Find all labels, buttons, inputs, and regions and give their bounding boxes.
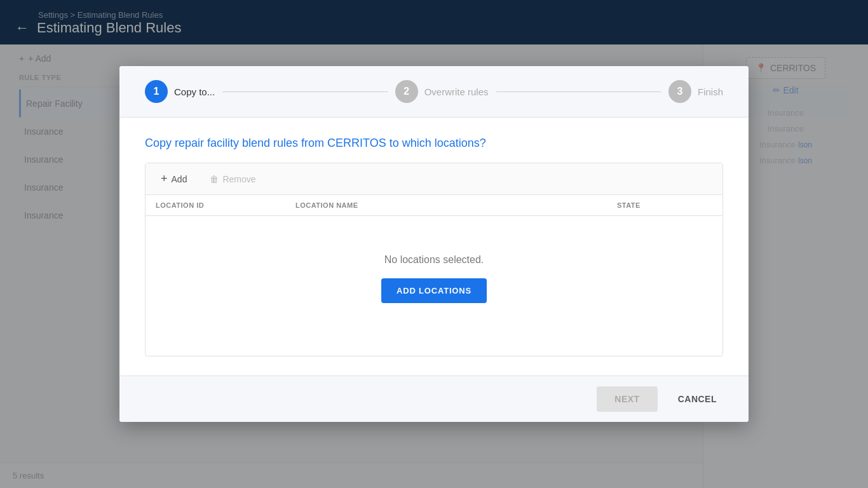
add-label: Add	[172, 174, 187, 184]
step-2-circle: 2	[395, 80, 418, 103]
step-2: 2 Overwrite rules	[395, 80, 489, 103]
modal: 1 Copy to... 2 Overwrite rules 3 Finish …	[119, 66, 749, 422]
step-3: 3 Finish	[668, 80, 723, 103]
step-3-label: Finish	[698, 86, 723, 97]
step-1-circle: 1	[145, 80, 168, 103]
step-2-label: Overwrite rules	[424, 86, 489, 97]
modal-body: Copy repair facility blend rules from CE…	[119, 118, 749, 376]
trash-icon: 🗑	[210, 174, 219, 184]
stepper: 1 Copy to... 2 Overwrite rules 3 Finish	[119, 66, 749, 118]
modal-overlay: 1 Copy to... 2 Overwrite rules 3 Finish …	[0, 0, 868, 488]
plus-icon: +	[161, 172, 168, 186]
no-locations-message: No locations selected.	[384, 254, 484, 266]
col-location-name-header: LOCATION NAME	[295, 201, 617, 209]
table-header: LOCATION ID LOCATION NAME STATE	[146, 195, 722, 216]
table-toolbar: + Add 🗑 Remove	[146, 163, 722, 195]
next-button[interactable]: NEXT	[597, 386, 657, 412]
step-line-2	[496, 92, 661, 92]
cancel-button[interactable]: CANCEL	[665, 386, 729, 412]
remove-label: Remove	[222, 174, 255, 184]
add-locations-button[interactable]: ADD LOCATIONS	[381, 278, 487, 303]
step-line-1	[222, 92, 387, 92]
remove-location-toolbar-button[interactable]: 🗑 Remove	[205, 172, 261, 187]
col-state-header: STATE	[617, 201, 712, 209]
col-location-id-header: LOCATION ID	[156, 201, 295, 209]
modal-question: Copy repair facility blend rules from CE…	[145, 137, 723, 150]
table-empty-state: No locations selected. ADD LOCATIONS	[146, 216, 722, 341]
modal-footer: NEXT CANCEL	[119, 376, 749, 422]
locations-table-container: + Add 🗑 Remove LOCATION ID LOCATION NAME…	[145, 163, 723, 356]
step-3-circle: 3	[668, 80, 691, 103]
step-1: 1 Copy to...	[145, 80, 215, 103]
step-1-label: Copy to...	[174, 86, 215, 97]
add-location-toolbar-button[interactable]: + Add	[156, 170, 192, 188]
